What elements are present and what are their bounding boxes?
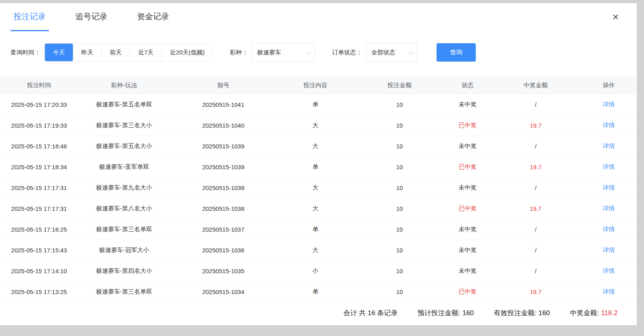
issue-number-cell: 20250515-1039 — [170, 143, 276, 150]
table-row: 2025-05-15 17:18:34极速赛车-亚军单双20250515-103… — [0, 157, 637, 178]
bet-content-cell: 小 — [276, 267, 354, 275]
bet-content-cell: 大 — [276, 122, 354, 129]
prize-amount-cell: / — [491, 247, 581, 254]
bet-amount-cell: 10 — [354, 164, 445, 170]
detail-link[interactable]: 详情 — [581, 122, 637, 129]
issue-number-cell: 20250515-1038 — [170, 205, 276, 212]
column-prize-amount: 中奖金额 — [491, 82, 581, 89]
issue-number-cell: 20250515-1037 — [170, 226, 276, 233]
column-bet-content: 投注内容 — [276, 82, 354, 89]
detail-link[interactable]: 详情 — [581, 267, 637, 275]
issue-number-cell: 20250515-1035 — [170, 268, 276, 274]
status-cell: 已中奖 — [445, 163, 491, 171]
bet-time-cell: 2025-05-15 17:15:43 — [0, 247, 78, 254]
detail-link[interactable]: 详情 — [581, 101, 637, 108]
lottery-play-cell: 极速赛车-第九名大小 — [78, 184, 170, 192]
detail-link[interactable]: 详情 — [581, 142, 637, 150]
chevron-down-icon — [306, 49, 312, 54]
bet-time-cell: 2025-05-15 17:18:46 — [0, 143, 78, 150]
tab-bar: 投注记录 追号记录 资金记录 ✕ — [0, 3, 637, 31]
bet-content-cell: 大 — [276, 246, 354, 254]
table-row: 2025-05-15 17:13:25极速赛车-第三名单双20250515-10… — [0, 282, 637, 302]
lottery-play-cell: 极速赛车-第五名单双 — [78, 101, 170, 108]
column-bet-time: 投注时间 — [0, 82, 78, 89]
status-cell: 未中奖 — [445, 142, 491, 150]
prize-amount-cell: / — [491, 101, 581, 108]
table-row: 2025-05-15 17:20:33极速赛车-第五名单双20250515-10… — [0, 94, 637, 115]
status-cell: 已中奖 — [445, 288, 491, 296]
bet-amount-cell: 10 — [354, 184, 445, 191]
expected-bet-value: 160 — [463, 309, 474, 317]
column-lottery-play: 彩种-玩法 — [78, 82, 170, 89]
prize-amount-cell: / — [491, 268, 581, 274]
issue-number-cell: 20250515-1040 — [170, 122, 276, 129]
detail-link[interactable]: 详情 — [581, 163, 637, 171]
records-dialog: 投注记录 追号记录 资金记录 ✕ 查询时间： 今天 昨天 前天 近7天 近20天… — [0, 3, 637, 325]
bet-time-cell: 2025-05-15 17:17:31 — [0, 205, 78, 212]
close-icon[interactable]: ✕ — [610, 11, 622, 23]
bet-amount-cell: 10 — [354, 205, 445, 212]
bet-content-cell: 大 — [276, 205, 354, 212]
status-cell: 已中奖 — [445, 122, 491, 129]
time-option-day-before[interactable]: 前天 — [101, 44, 130, 61]
bet-time-cell: 2025-05-15 17:20:33 — [0, 101, 78, 108]
detail-link[interactable]: 详情 — [581, 184, 637, 192]
bet-content-cell: 大 — [276, 142, 354, 150]
issue-number-cell: 20250515-1041 — [170, 101, 276, 108]
lottery-play-cell: 极速赛车-亚军单双 — [78, 163, 170, 171]
bet-amount-cell: 10 — [354, 122, 445, 129]
time-option-today[interactable]: 今天 — [45, 44, 73, 61]
order-status-label: 订单状态： — [332, 49, 362, 56]
lottery-play-cell: 极速赛车-冠军大小 — [78, 246, 170, 254]
issue-number-cell: 20250515-1036 — [170, 247, 276, 254]
issue-number-cell: 20250515-1039 — [170, 164, 276, 170]
bet-amount-cell: 10 — [354, 101, 445, 108]
prize-amount-cell: / — [491, 184, 581, 191]
search-button[interactable]: 查询 — [437, 43, 476, 62]
lottery-play-cell: 极速赛车-第三名单双 — [78, 226, 170, 233]
table-body: 2025-05-15 17:20:33极速赛车-第五名单双20250515-10… — [0, 94, 637, 302]
status-cell: 未中奖 — [445, 184, 491, 192]
order-status-select[interactable]: 全部状态 — [366, 43, 417, 62]
valid-bet-label: 有效投注金额: — [494, 309, 537, 317]
prize-amount-cell: 19.7 — [491, 122, 581, 129]
table-row: 2025-05-15 17:15:43极速赛车-冠军大小20250515-103… — [0, 240, 637, 261]
bet-content-cell: 单 — [276, 288, 354, 296]
bet-time-cell: 2025-05-15 17:16:25 — [0, 226, 78, 233]
lottery-play-cell: 极速赛车-第五名大小 — [78, 142, 170, 150]
detail-link[interactable]: 详情 — [581, 246, 637, 254]
time-option-last7days[interactable]: 近7天 — [130, 44, 161, 61]
tab-fund-records[interactable]: 资金记录 — [134, 3, 172, 31]
prize-total-value: 118.2 — [601, 309, 618, 317]
tab-chase-records[interactable]: 追号记录 — [72, 3, 111, 31]
detail-link[interactable]: 详情 — [581, 205, 637, 212]
expected-bet-total: 预计投注金额:160 — [418, 308, 474, 318]
lottery-play-cell: 极速赛车-第三名单双 — [78, 288, 170, 296]
lottery-type-value: 极速赛车 — [257, 49, 281, 56]
time-range-group: 今天 昨天 前天 近7天 近20天(低频) — [44, 43, 213, 62]
time-option-last20days[interactable]: 近20天(低频) — [161, 44, 213, 61]
prize-amount-cell: / — [491, 143, 581, 150]
issue-number-cell: 20250515-1034 — [170, 288, 276, 295]
table-row: 2025-05-15 17:18:46极速赛车-第五名大小20250515-10… — [0, 136, 637, 157]
table-row: 2025-05-15 17:17:31极速赛车-第九名大小20250515-10… — [0, 178, 637, 198]
lottery-type-select[interactable]: 极速赛车 — [252, 43, 315, 62]
record-count: 合计 共 16 条记录 — [344, 308, 398, 318]
status-cell: 未中奖 — [445, 267, 491, 275]
lottery-play-cell: 极速赛车-第三名大小 — [78, 122, 170, 129]
valid-bet-total: 有效投注金额:160 — [494, 308, 550, 318]
table-header: 投注时间 彩种-玩法 期号 投注内容 投注金额 状态 中奖金额 操作 — [0, 76, 637, 94]
column-status: 状态 — [445, 82, 491, 89]
bet-time-cell: 2025-05-15 17:17:31 — [0, 184, 78, 191]
prize-total-label: 中奖金额: — [570, 309, 599, 317]
time-option-yesterday[interactable]: 昨天 — [73, 44, 101, 61]
detail-link[interactable]: 详情 — [581, 288, 637, 296]
summary-bar: 合计 共 16 条记录 预计投注金额:160 有效投注金额:160 中奖金额:1… — [0, 302, 637, 323]
detail-link[interactable]: 详情 — [581, 226, 637, 233]
bet-amount-cell: 10 — [354, 288, 445, 295]
tab-bet-records[interactable]: 投注记录 — [10, 3, 49, 31]
table-row: 2025-05-15 17:14:10极速赛车-第四名大小20250515-10… — [0, 261, 637, 282]
status-cell: 未中奖 — [445, 101, 491, 108]
bet-amount-cell: 10 — [354, 247, 445, 254]
query-time-label: 查询时间： — [10, 49, 40, 56]
